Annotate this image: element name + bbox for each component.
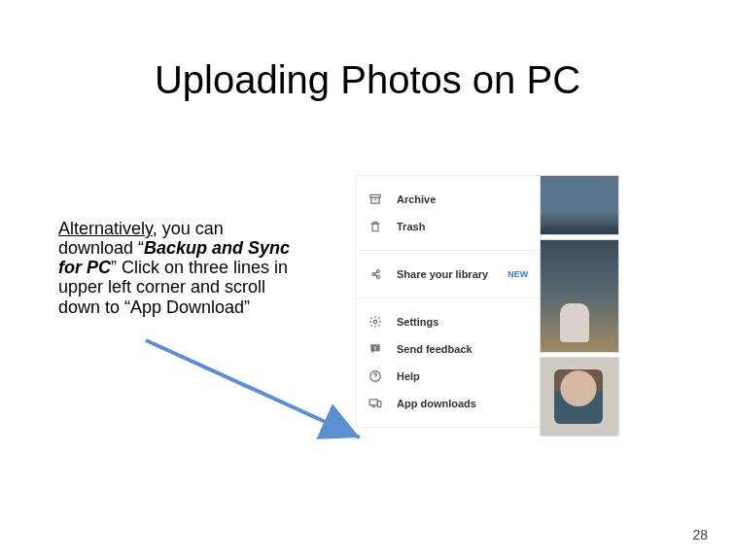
menu-group-3: Settings Send feedback Help App download… <box>356 298 541 427</box>
photo-thumbnail[interactable] <box>540 239 619 353</box>
svg-point-9 <box>375 378 376 379</box>
menu-item-app-downloads[interactable]: App downloads <box>356 390 541 417</box>
sidebar-menu-panel: Archive Trash Share your library NEW <box>355 175 542 428</box>
body-text: Alternatively, you can download “Backup … <box>58 219 301 317</box>
menu-item-trash[interactable]: Trash <box>356 213 541 240</box>
menu-item-archive[interactable]: Archive <box>356 186 541 213</box>
svg-rect-6 <box>374 346 375 348</box>
arrow-annotation <box>141 335 384 452</box>
devices-icon <box>368 396 383 411</box>
menu-group-1: Archive Trash <box>356 176 541 250</box>
menu-label: Settings <box>397 316 438 328</box>
share-icon <box>368 266 383 282</box>
svg-line-0 <box>146 340 360 438</box>
menu-label: Archive <box>397 193 436 205</box>
body-text-prefix: Alternatively, <box>58 219 158 238</box>
page-number: 28 <box>692 527 708 542</box>
svg-point-4 <box>376 275 379 278</box>
trash-icon <box>368 219 383 234</box>
svg-point-5 <box>373 320 377 324</box>
help-icon <box>368 368 383 384</box>
menu-item-settings[interactable]: Settings <box>356 308 541 335</box>
menu-label: Help <box>397 370 420 382</box>
menu-item-help[interactable]: Help <box>356 363 541 390</box>
menu-label: Share your library <box>397 268 488 280</box>
svg-point-3 <box>376 270 379 273</box>
photo-thumbnail-column <box>540 175 617 437</box>
menu-group-2: Share your library NEW <box>356 250 541 298</box>
menu-label: Trash <box>397 221 425 232</box>
svg-rect-1 <box>370 194 381 197</box>
svg-rect-11 <box>377 402 381 407</box>
menu-label: Send feedback <box>397 343 472 355</box>
svg-rect-10 <box>369 400 377 405</box>
menu-item-share-library[interactable]: Share your library NEW <box>356 261 541 288</box>
slide: Uploading Photos on PC Alternatively, yo… <box>0 0 735 560</box>
menu-item-send-feedback[interactable]: Send feedback <box>356 335 541 363</box>
menu-label: App downloads <box>397 398 476 409</box>
photo-thumbnail[interactable] <box>540 175 619 235</box>
feedback-icon <box>368 341 383 357</box>
archive-icon <box>368 192 383 207</box>
new-badge: NEW <box>508 269 528 279</box>
slide-title: Uploading Photos on PC <box>0 58 735 102</box>
svg-rect-7 <box>374 349 375 350</box>
photo-thumbnail[interactable] <box>540 357 619 437</box>
gear-icon <box>368 314 383 330</box>
